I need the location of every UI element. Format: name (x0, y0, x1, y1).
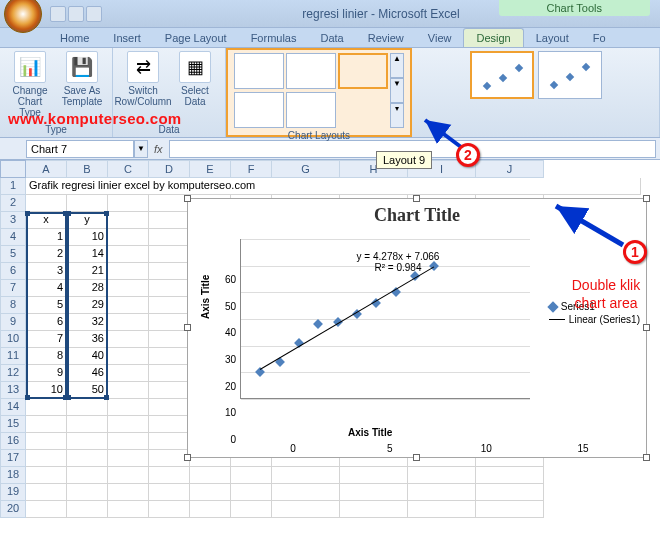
cell[interactable] (272, 467, 340, 484)
cell[interactable] (67, 433, 108, 450)
cell[interactable] (149, 433, 190, 450)
layout-thumb-9[interactable] (338, 53, 388, 89)
cell[interactable] (67, 467, 108, 484)
cell[interactable] (149, 484, 190, 501)
cell[interactable] (108, 314, 149, 331)
col-header-c[interactable]: C (108, 160, 149, 178)
row-header[interactable]: 12 (0, 365, 26, 382)
cell[interactable]: 5 (26, 297, 67, 314)
col-header-e[interactable]: E (190, 160, 231, 178)
cell[interactable] (67, 501, 108, 518)
col-header-j[interactable]: J (476, 160, 544, 178)
cell[interactable] (408, 501, 476, 518)
cell[interactable] (26, 416, 67, 433)
tab-page-layout[interactable]: Page Layout (153, 29, 239, 47)
cell[interactable] (149, 467, 190, 484)
cell[interactable]: 14 (67, 246, 108, 263)
cell[interactable] (149, 263, 190, 280)
cell[interactable] (108, 212, 149, 229)
chart-style-1[interactable] (470, 51, 534, 99)
cell[interactable]: 3 (26, 263, 67, 280)
row-header[interactable]: 6 (0, 263, 26, 280)
cell[interactable] (26, 399, 67, 416)
cell[interactable] (26, 195, 67, 212)
cell[interactable]: x (26, 212, 67, 229)
cell[interactable] (67, 484, 108, 501)
tab-layout[interactable]: Layout (524, 29, 581, 47)
row-header[interactable]: 8 (0, 297, 26, 314)
cell[interactable] (149, 399, 190, 416)
col-header-g[interactable]: G (272, 160, 340, 178)
row-header[interactable]: 7 (0, 280, 26, 297)
cell[interactable] (476, 501, 544, 518)
qat-save-icon[interactable] (50, 6, 66, 22)
cell[interactable] (190, 467, 231, 484)
cell[interactable] (190, 501, 231, 518)
tab-insert[interactable]: Insert (101, 29, 153, 47)
cell[interactable] (340, 484, 408, 501)
cell[interactable]: 1 (26, 229, 67, 246)
tab-data[interactable]: Data (308, 29, 355, 47)
layouts-more-icon[interactable]: ▾ (390, 103, 404, 128)
cell[interactable]: 46 (67, 365, 108, 382)
cell[interactable] (108, 501, 149, 518)
cell[interactable] (108, 348, 149, 365)
cell[interactable]: 29 (67, 297, 108, 314)
cell[interactable] (408, 484, 476, 501)
cell[interactable] (149, 382, 190, 399)
cell[interactable]: 40 (67, 348, 108, 365)
cell[interactable] (67, 450, 108, 467)
save-as-template-button[interactable]: 💾 Save As Template (58, 51, 106, 107)
cell[interactable] (26, 450, 67, 467)
cell[interactable] (108, 195, 149, 212)
cell[interactable] (231, 467, 272, 484)
cell[interactable] (26, 501, 67, 518)
cell[interactable] (67, 416, 108, 433)
cell[interactable]: 8 (26, 348, 67, 365)
cell[interactable] (272, 484, 340, 501)
cell[interactable] (149, 280, 190, 297)
cell[interactable] (108, 382, 149, 399)
cell[interactable] (26, 484, 67, 501)
tab-home[interactable]: Home (48, 29, 101, 47)
row-header[interactable]: 17 (0, 450, 26, 467)
cell[interactable]: 10 (67, 229, 108, 246)
cell[interactable] (108, 229, 149, 246)
select-data-button[interactable]: ▦ Select Data (171, 51, 219, 107)
cell[interactable] (149, 297, 190, 314)
row-header[interactable]: 10 (0, 331, 26, 348)
cell[interactable] (108, 365, 149, 382)
layouts-scroll-down-icon[interactable]: ▼ (390, 78, 404, 103)
cell[interactable] (108, 416, 149, 433)
row-header[interactable]: 2 (0, 195, 26, 212)
cell[interactable] (108, 246, 149, 263)
row-header[interactable]: 5 (0, 246, 26, 263)
cell[interactable]: 10 (26, 382, 67, 399)
cell[interactable]: Grafik regresi linier excel by komputers… (26, 178, 641, 195)
tab-format[interactable]: Fo (581, 29, 618, 47)
cell[interactable] (108, 399, 149, 416)
col-header-f[interactable]: F (231, 160, 272, 178)
cell[interactable]: 36 (67, 331, 108, 348)
cell[interactable] (231, 501, 272, 518)
fx-icon[interactable]: fx (154, 143, 163, 155)
col-header-a[interactable]: A (26, 160, 67, 178)
row-header[interactable]: 11 (0, 348, 26, 365)
tab-review[interactable]: Review (356, 29, 416, 47)
qat-redo-icon[interactable] (86, 6, 102, 22)
cell[interactable]: 32 (67, 314, 108, 331)
row-header[interactable]: 13 (0, 382, 26, 399)
cell[interactable] (108, 297, 149, 314)
select-all-corner[interactable] (0, 160, 26, 178)
cell[interactable] (149, 212, 190, 229)
trendline-equation[interactable]: y = 4.278x + 7.066 R² = 0.984 (328, 251, 468, 273)
name-box[interactable] (26, 140, 134, 158)
cell[interactable] (231, 484, 272, 501)
cell[interactable] (149, 331, 190, 348)
row-header[interactable]: 9 (0, 314, 26, 331)
cell[interactable] (108, 484, 149, 501)
cell[interactable]: 21 (67, 263, 108, 280)
row-header[interactable]: 15 (0, 416, 26, 433)
cell[interactable] (26, 433, 67, 450)
qat-undo-icon[interactable] (68, 6, 84, 22)
